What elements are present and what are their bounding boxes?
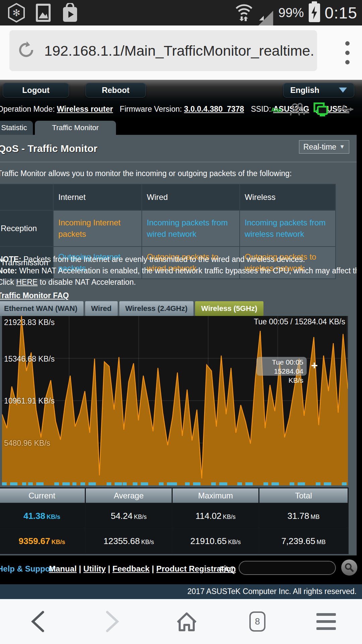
stats-header-current: Current [0, 488, 85, 503]
browser-bottom-nav: 8 [0, 599, 362, 644]
router-header-band: Logout Reboot English Operation Mode: Wi… [0, 80, 362, 119]
ytick-1: 15346.68 KB/s [4, 355, 55, 364]
help-support-link[interactable]: Help & Support [0, 564, 56, 574]
utility-link[interactable]: Utility [83, 564, 106, 573]
operation-mode-label: Operation Mode: [0, 105, 55, 113]
forward-button-disabled [101, 610, 124, 633]
note-2-text: When NAT Acceleration is enabled, the wi… [17, 266, 357, 275]
browser-overflow-menu-icon[interactable] [341, 37, 354, 68]
menu-button[interactable] [316, 613, 336, 630]
ytick-0: 21923.83 KB/s [4, 318, 55, 327]
reception-average-unit: KB/s [134, 514, 147, 520]
page-tabs: Statistic Traffic Monitor [0, 119, 362, 135]
interface-tab-2[interactable]: Wireless (2.4GHz) [119, 301, 194, 316]
note-3-post: to disable NAT Acceleration. [38, 278, 136, 286]
clients-icon[interactable] [290, 103, 305, 117]
reception-wired-link[interactable]: Incoming packets from wired network [142, 210, 240, 247]
tooltip-time: Tue 00:05 [260, 358, 303, 367]
feedback-link[interactable]: Feedback [112, 564, 149, 573]
svg-text:✻: ✻ [12, 8, 20, 18]
stats-header-maximum: Maximum [172, 488, 259, 503]
note-1-text: Packets from the Internet are evenly tra… [21, 255, 305, 264]
transmission-average: 12355.68 [104, 536, 140, 546]
row-label-reception: Reception [0, 210, 53, 247]
operation-mode-link[interactable]: Wireless router [57, 105, 113, 113]
mode-dropdown[interactable]: Real-time ▼ [299, 140, 349, 154]
chart-header-right: Tue 00:05 / 15284.04 KB/s [254, 317, 345, 326]
reception-wireless-link[interactable]: Incoming packets from wireless network [240, 210, 336, 247]
language-select[interactable]: English [283, 83, 354, 98]
traffic-monitor-faq-link[interactable]: Traffic Monitor FAQ [0, 291, 69, 300]
usb-icon[interactable] [337, 104, 354, 116]
transmission-maximum: 21910.65 [190, 536, 227, 546]
note-3: Click HERE to disable NAT Acceleration. [0, 278, 357, 287]
chevron-down-icon [339, 86, 347, 95]
note-1-prefix: NOTE: [0, 255, 21, 264]
url-text[interactable]: 192.168.1.1/Main_TrafficMonitor_realtime… [44, 43, 314, 59]
devices-icon[interactable] [313, 102, 328, 118]
transmission-total-unit: MB [317, 539, 326, 545]
reception-internet-link[interactable]: Incoming Internet packets [53, 210, 142, 247]
firmware-label: Firmware Version: [120, 105, 182, 113]
browser-toolbar: 192.168.1.1/Main_TrafficMonitor_realtime… [0, 25, 362, 80]
footer-links: Manual | Utility | Feedback | Product Re… [49, 564, 236, 574]
notification-app-hexagon-icon: ✻ [7, 3, 25, 23]
tooltip-value: 15284.04 KB/s [260, 367, 303, 385]
reload-icon[interactable] [17, 41, 36, 61]
transmission-total: 7,239.65 [281, 536, 315, 546]
logout-button[interactable]: Logout [3, 83, 69, 98]
app-link[interactable]: App [271, 107, 282, 113]
stats-header-average: Average [85, 488, 172, 503]
manual-link[interactable]: Manual [49, 564, 77, 573]
reception-total-unit: MB [311, 514, 320, 520]
ytick-3: 5480.96 KB/s [4, 439, 50, 448]
chart-tooltip: Tue 00:05 15284.04 KB/s [256, 357, 307, 376]
home-button[interactable] [175, 610, 198, 633]
reception-total: 31.78 [287, 511, 309, 521]
search-button[interactable] [341, 559, 357, 576]
col-header-wired: Wired [142, 184, 240, 210]
page-title: QoS - Traffic Monitor [0, 143, 98, 154]
note-3-pre: Click [0, 278, 16, 286]
notification-gallery-icon [34, 3, 52, 23]
interface-tab-3[interactable]: Wireless (5GHz) [195, 301, 263, 316]
wifi-updown-icon [234, 2, 254, 23]
note-2: Note: When NAT Acceleration is enabled, … [0, 266, 357, 275]
col-header-internet: Internet [53, 184, 142, 210]
transmission-average-unit: KB/s [141, 539, 154, 545]
stats-row-reception: 41.38KB/s 54.24KB/s 114.02KB/s 31.78MB [0, 503, 348, 529]
interface-tab-0[interactable]: Ethernet WAN (WAN) [0, 301, 83, 316]
battery-percent: 99% [279, 6, 304, 20]
ytick-2: 10961.91 KB/s [4, 396, 55, 406]
transmission-current-unit: KB/s [51, 539, 65, 545]
reboot-button[interactable]: Reboot [85, 83, 146, 98]
url-bar[interactable]: 192.168.1.1/Main_TrafficMonitor_realtime… [9, 30, 317, 71]
reception-average: 54.24 [111, 511, 132, 521]
copyright-text: 2017 ASUSTeK Computer Inc. All rights re… [187, 587, 357, 596]
crosshair-cursor: + [311, 359, 318, 372]
stats-row-transmission: 9359.67KB/s 12355.68KB/s 21910.65KB/s 7,… [0, 529, 348, 554]
tab-traffic-monitor[interactable]: Traffic Monitor [35, 121, 116, 135]
traffic-monitor-panel: QoS - Traffic Monitor Real-time ▼ Traffi… [0, 135, 357, 555]
faq-search-label: FAQ [220, 565, 236, 574]
disable-nat-here-link[interactable]: HERE [16, 278, 38, 286]
cell-signal-icon [258, 5, 274, 20]
ssid-label: SSID: [251, 105, 271, 113]
traffic-chart[interactable]: 21923.83 KB/s 15346.68 KB/s 10961.91 KB/… [2, 316, 348, 485]
packet-matrix-table: Internet Wired Wireless Reception Incomi… [0, 184, 336, 279]
faq-search-input[interactable] [239, 561, 336, 575]
interface-tab-1[interactable]: Wired [85, 301, 118, 316]
firmware-link[interactable]: 3.0.0.4.380_7378 [184, 105, 244, 113]
transmission-current: 9359.67 [19, 536, 50, 546]
asus-footer: Help & Support Manual | Utility | Feedba… [0, 555, 362, 584]
note-2-prefix: Note: [0, 266, 17, 275]
router-admin-page: Logout Reboot English Operation Mode: Wi… [0, 80, 362, 599]
android-status-bar: ✻ 99% 0:15 [0, 0, 362, 25]
back-button[interactable] [26, 610, 50, 633]
tab-statistic[interactable]: Statistic [0, 121, 33, 135]
col-header-wireless: Wireless [240, 184, 336, 210]
stats-header-total: Total [259, 488, 348, 503]
tab-switcher-button[interactable]: 8 [249, 611, 265, 632]
chevron-down-icon: ▼ [339, 144, 345, 150]
transmission-maximum-unit: KB/s [228, 539, 241, 545]
